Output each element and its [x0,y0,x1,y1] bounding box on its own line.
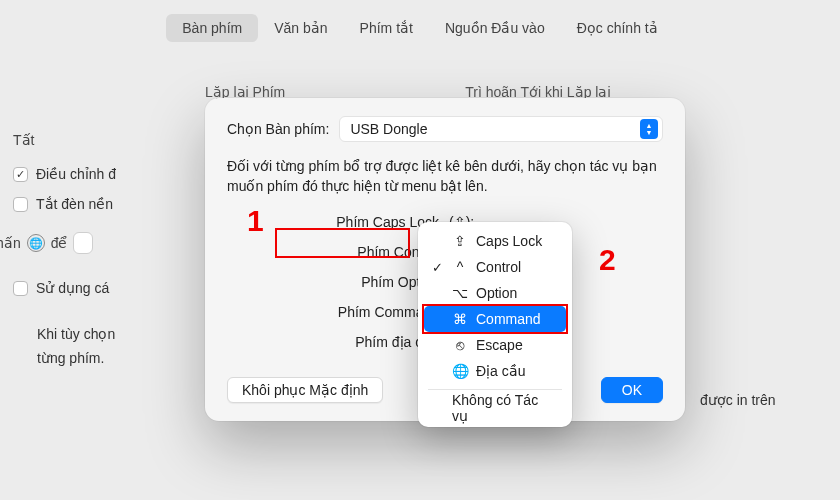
use-fkeys-label: Sử dụng cá [36,280,109,296]
popup-item-label: Control [476,259,521,275]
tab-shortcuts[interactable]: Phím tắt [344,14,429,42]
popup-item-label: Command [476,311,541,327]
globe-key-label: Phím địa cầu [227,334,443,350]
popup-item-label: Option [476,285,517,301]
popup-item-label: Địa cầu [476,363,526,379]
popup-item-option[interactable]: ⌥ Option [424,280,566,306]
control-symbol-icon: ^ [452,259,468,275]
press-globe-label-post: để [51,235,68,251]
escape-symbol-icon: ⎋ [452,337,468,353]
press-globe-label-pre: Nhấn [0,235,21,251]
truncated-tat-label: Tất [13,132,34,148]
sheet-description: Đối với từng phím bổ trợ được liệt kê bê… [227,156,663,197]
popup-item-label: Escape [476,337,523,353]
modifier-action-popup: ⇪ Caps Lock ✓ ^ Control ⌥ Option ⌘ Comma… [418,222,572,427]
tab-dictation[interactable]: Đọc chính tả [561,14,674,42]
capslock-symbol-icon: ⇪ [452,233,468,249]
fkeys-description-right: được in trên [700,392,776,408]
ok-button[interactable]: OK [601,377,663,403]
tab-text[interactable]: Văn bản [258,14,343,42]
command-key-label: Phím Command [227,304,443,320]
dropdown-stepper-icon: ▲▼ [640,119,658,139]
popup-item-globe[interactable]: 🌐 Địa cầu [424,358,566,384]
tab-bar: Bàn phím Văn bản Phím tắt Nguồn Đầu vào … [0,0,840,42]
select-keyboard-label: Chọn Bàn phím: [227,121,329,137]
popup-item-escape[interactable]: ⎋ Escape [424,332,566,358]
tab-input-sources[interactable]: Nguồn Đầu vào [429,14,561,42]
backlight-off-label: Tắt đèn nền [36,196,113,212]
globe-action-select[interactable] [73,232,93,254]
backlight-off-checkbox[interactable] [13,197,28,212]
popup-divider [428,389,562,390]
globe-icon: 🌐 [27,234,45,252]
popup-item-control[interactable]: ✓ ^ Control [424,254,566,280]
popup-item-label: Không có Tác vụ [452,392,558,424]
adjust-brightness-checkbox[interactable]: ✓ [13,167,28,182]
command-symbol-icon: ⌘ [452,311,468,327]
option-symbol-icon: ⌥ [452,285,468,301]
capslock-key-label: Phím Caps Lock [227,214,443,230]
use-fkeys-checkbox[interactable] [13,281,28,296]
tab-keyboard[interactable]: Bàn phím [166,14,258,42]
control-key-label: Phím Control [227,244,443,260]
select-keyboard-dropdown[interactable]: USB Dongle ▲▼ [339,116,663,142]
popup-item-no-action[interactable]: Không có Tác vụ [424,395,566,421]
popup-item-label: Caps Lock [476,233,542,249]
popup-check-icon: ✓ [430,260,444,275]
popup-item-capslock[interactable]: ⇪ Caps Lock [424,228,566,254]
globe-symbol-icon: 🌐 [452,363,468,379]
adjust-brightness-label: Điều chỉnh đ [36,166,116,182]
option-key-label: Phím Option [227,274,443,290]
popup-item-command[interactable]: ⌘ Command [424,306,566,332]
restore-defaults-button[interactable]: Khôi phục Mặc định [227,377,383,403]
select-keyboard-value: USB Dongle [350,121,427,137]
